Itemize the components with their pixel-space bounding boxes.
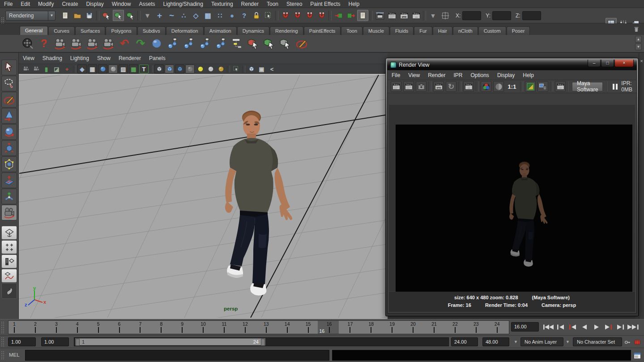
render-current-frame-icon[interactable] [403, 81, 414, 92]
coord-input[interactable] [462, 11, 481, 20]
ik-handle-shelf-icon[interactable] [181, 36, 196, 51]
shelf-scroll-up-button[interactable]: ▲ [635, 36, 642, 43]
rotate-tool[interactable] [1, 124, 17, 140]
shadows-icon[interactable] [185, 65, 195, 73]
use-default-material-icon[interactable]: ▩ [129, 65, 138, 73]
rgb-channels-icon[interactable] [481, 81, 491, 92]
snap-to-grids-icon[interactable]: + [154, 10, 165, 21]
soft-modification-tool[interactable] [1, 172, 17, 188]
pause-ipr-icon[interactable] [613, 84, 618, 90]
playback-end-field[interactable]: 24.00 [451, 337, 478, 346]
minimize-button[interactable]: – [588, 60, 601, 67]
snap-together-icon[interactable]: ∷ [214, 10, 226, 21]
lighting-none-icon[interactable] [154, 65, 164, 73]
auto-keyframe-icon[interactable] [633, 338, 642, 347]
snap-magnet-curve-icon[interactable] [292, 10, 303, 21]
select-object-icon[interactable] [113, 10, 124, 21]
step-forward-key-button[interactable] [603, 322, 615, 332]
tumble-camera-icon[interactable] [21, 65, 30, 73]
animation-end-field[interactable]: 48.00 [482, 337, 509, 346]
persp-outliner-layout-button[interactable] [1, 254, 17, 268]
scale-tool[interactable] [1, 140, 17, 156]
menu-help[interactable]: Help [345, 0, 364, 8]
shelf-tab-rendering[interactable]: Rendering [270, 26, 303, 35]
hypergraph-shelf-icon[interactable] [230, 36, 245, 51]
menu-renderer[interactable]: Renderer [115, 54, 145, 62]
ipr-render-icon[interactable]: IPR [433, 81, 444, 92]
menu-view[interactable]: View [19, 54, 38, 62]
menu-create[interactable]: Create [58, 0, 82, 8]
shelf-tab-fur[interactable]: Fur [414, 26, 432, 35]
menu-file[interactable]: File [0, 0, 17, 8]
last-tool-used[interactable] [1, 205, 17, 220]
undo-shelf-icon[interactable]: ↶ [117, 36, 132, 51]
image-plane-icon[interactable]: ◪ [52, 65, 61, 73]
texture-channel-icon[interactable]: T [139, 65, 149, 73]
menu-assets[interactable]: Assets [135, 0, 159, 8]
open-render-settings-icon[interactable]: ⋯ [555, 81, 566, 92]
snap-to-points-icon[interactable]: ∴ [178, 10, 189, 21]
timeline-grip[interactable] [1, 321, 4, 334]
maximize-button[interactable]: □ [601, 60, 614, 67]
shelf-tab-toon[interactable]: Toon [341, 26, 363, 35]
new-scene-icon[interactable] [60, 10, 71, 21]
alpha-channel-icon[interactable] [493, 81, 504, 92]
snap-magnet-grid-icon[interactable] [280, 10, 291, 21]
close-icon[interactable]: × [639, 58, 644, 64]
snap-help-icon[interactable]: ? [239, 10, 250, 21]
current-time-field[interactable]: 16.00 [511, 322, 539, 332]
textured-display-icon[interactable]: ▨ [119, 65, 128, 73]
shaded-display-icon[interactable] [98, 65, 107, 73]
shelf-trash-icon[interactable] [632, 25, 641, 34]
open-scene-icon[interactable] [72, 10, 83, 21]
lock-selection-icon[interactable] [251, 10, 262, 21]
film-gate-icon[interactable]: ▦ [88, 65, 97, 73]
snapshot-icon[interactable] [416, 81, 426, 92]
snap-to-curves-icon[interactable]: ~ [166, 10, 177, 21]
four-pane-layout-button[interactable] [1, 240, 17, 254]
single-pane-layout-button[interactable] [1, 226, 17, 240]
cmdline-grip[interactable] [1, 351, 4, 360]
persp-graph-layout-button[interactable] [1, 269, 17, 283]
close-button[interactable]: × [614, 60, 634, 67]
ipr-render-icon[interactable]: IPR [398, 10, 409, 21]
snap-to-planes-icon[interactable]: ◇ [190, 10, 201, 21]
renderer-selector[interactable]: Maya Software [572, 82, 603, 91]
shelf-tab-fluids[interactable]: Fluids [390, 26, 414, 35]
region-render-icon[interactable]: ∷ [463, 81, 474, 92]
menu-panels[interactable]: Panels [145, 54, 170, 62]
wireframe-icon[interactable]: ◈ [77, 65, 87, 73]
select-hierarchy-icon[interactable] [101, 10, 112, 21]
xray-icon[interactable] [247, 65, 256, 73]
menu-render[interactable]: Render [424, 71, 449, 79]
frame-ruler[interactable]: 1612345678910111213141516171819202122232… [8, 320, 509, 334]
menu-options[interactable]: Options [467, 71, 493, 79]
menu-modify[interactable]: Modify [34, 0, 58, 8]
select-input-icon[interactable] [333, 10, 344, 21]
viewport-canvas[interactable]: y x z persp [19, 74, 388, 319]
menu-show[interactable]: Show [93, 54, 115, 62]
move-tool[interactable] [1, 108, 17, 124]
chevron-down-icon[interactable]: ▼ [48, 11, 55, 20]
remove-image-icon[interactable] [537, 81, 548, 92]
universal-manipulator-tool[interactable] [1, 156, 17, 172]
menu-stereo[interactable]: Stereo [282, 0, 306, 8]
camera-tumble-shelf-icon[interactable] [52, 36, 68, 51]
menu-ipr[interactable]: IPR [450, 71, 467, 79]
mirror-joint-shelf-icon[interactable] [213, 36, 229, 51]
menu-render[interactable]: Render [237, 0, 263, 8]
select-component-shelf-icon[interactable] [278, 36, 293, 51]
menu-display[interactable]: Display [82, 0, 107, 8]
select-tool[interactable] [1, 60, 17, 75]
redo-shelf-icon[interactable]: ↷ [133, 36, 148, 51]
save-scene-icon[interactable] [84, 10, 95, 21]
chevron-down-icon[interactable]: ▼ [566, 340, 570, 344]
one-to-one-icon[interactable]: 1:1 [506, 81, 518, 92]
menu-file[interactable]: File [388, 71, 404, 79]
anim-layer-selector[interactable]: No Anim Layer [520, 337, 563, 346]
select-object-shelf-icon[interactable] [262, 36, 277, 51]
light-gray-icon[interactable] [206, 65, 215, 73]
select-hierarchy-shelf-icon[interactable] [246, 36, 261, 51]
shelf-tab-dynamics[interactable]: Dynamics [237, 26, 269, 35]
go-to-end-button[interactable] [627, 322, 639, 332]
